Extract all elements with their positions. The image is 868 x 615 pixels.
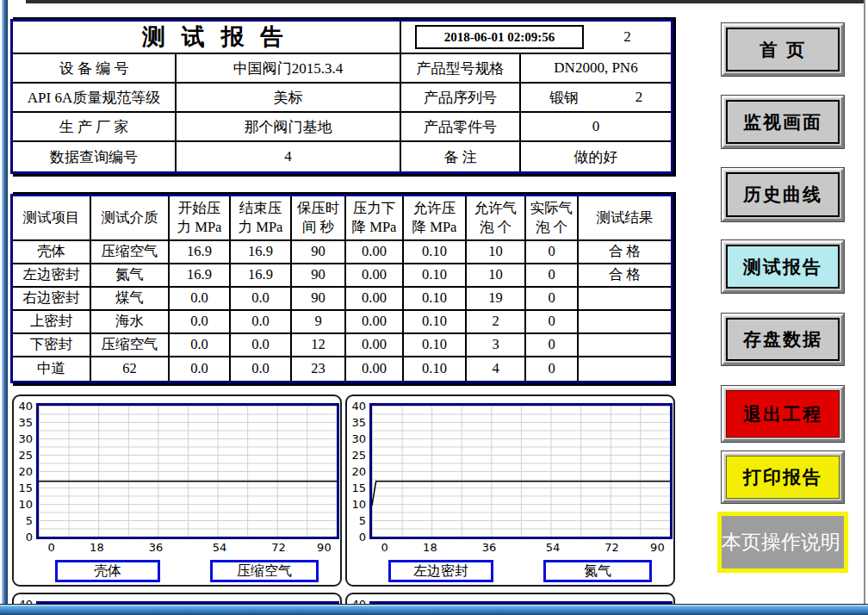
test-value-cell: 氮气 [91, 264, 170, 288]
test-item-cell: 左边密封 [13, 264, 91, 288]
test-item-cell: 中道 [13, 357, 91, 381]
y-axis-tick: 10 [347, 498, 366, 511]
test-col-header: 开始压力 MPa [170, 196, 231, 241]
test-col-header-text: 实际气泡 个 [530, 199, 574, 238]
test-value-cell: 0.0 [231, 288, 292, 311]
test-col-header: 测试介质 [91, 196, 170, 241]
page-help-button-label: 本页操作说明 [722, 516, 844, 568]
y-axis-tick: 25 [347, 449, 366, 462]
x-axis-tick: 90 [317, 541, 332, 554]
info-value-part: 锻钢 [549, 88, 579, 108]
test-value-cell: 0.0 [170, 334, 231, 357]
info-value-part: 2 [636, 89, 643, 106]
test-value-cell: 0.0 [231, 311, 292, 334]
info-label: 产品型号规格 [401, 54, 521, 84]
info-value: 中国阀门2015.3.4 [177, 54, 401, 84]
test-col-header: 压力下降 MPa [346, 196, 404, 241]
test-col-header-text: 结束压力 MPa [239, 199, 283, 238]
app-window: 测 试 报 告 2018-06-01 02:09:56 2 设 备 编 号中国阀… [0, 0, 868, 615]
x-axis-tick: 18 [423, 541, 437, 554]
save-data-button[interactable]: 存盘数据 [722, 314, 844, 365]
info-label: 产品序列号 [401, 84, 521, 113]
test-col-header: 保压时间 秒 [292, 196, 346, 241]
pressure-chart: 403530252015105001836547290左边密封氮气 [345, 394, 675, 587]
home-button[interactable]: 首 页 [722, 23, 844, 76]
chart-plot-area [36, 403, 339, 539]
test-col-header-text: 测试结果 [597, 208, 654, 227]
datetime-display: 2018-06-01 02:09:56 [415, 25, 584, 49]
test-item-cell: 下密封 [13, 334, 91, 357]
y-axis-tick: 0 [14, 531, 33, 544]
test-col-header-text: 允许压降 MPa [412, 199, 457, 238]
chart-item-label: 壳体 [55, 560, 160, 582]
x-axis: 01836547290 [36, 541, 339, 555]
test-report-button[interactable]: 测试报告 [722, 240, 844, 293]
test-value-cell: 0 [526, 264, 579, 288]
x-axis-tick: 36 [149, 541, 164, 554]
x-axis-tick: 72 [271, 541, 286, 554]
info-value: 4 [177, 142, 401, 171]
test-value-cell: 4 [467, 357, 526, 381]
monitor-screen-button[interactable]: 监视画面 [722, 96, 844, 148]
test-item-cell: 壳体 [13, 241, 91, 264]
chart-medium-label: 压缩空气 [210, 560, 319, 582]
test-value-cell: 0.10 [404, 241, 467, 264]
info-label: 数据查询编号 [13, 142, 177, 171]
history-curve-button[interactable]: 历史曲线 [722, 168, 844, 221]
y-axis-tick: 15 [14, 481, 33, 494]
test-value-cell: 煤气 [91, 288, 170, 311]
y-axis-tick: 35 [14, 416, 33, 429]
test-value-cell: 62 [91, 357, 170, 381]
test-value-cell: 19 [467, 288, 526, 311]
history-curve-button-label: 历史曲线 [726, 172, 840, 217]
y-axis-tick: 30 [14, 432, 33, 445]
test-value-cell: 0.0 [170, 311, 231, 334]
home-button-label: 首 页 [726, 28, 840, 71]
y-axis-tick: 15 [347, 481, 366, 494]
test-value-cell: 0.10 [404, 357, 467, 381]
test-value-cell: 压缩空气 [91, 334, 170, 357]
test-result-cell: 合 格 [579, 264, 671, 288]
chart-item-label: 左边密封 [388, 560, 493, 582]
test-result-cell [579, 288, 671, 311]
y-axis-tick: 30 [347, 432, 366, 445]
x-axis-tick: 72 [604, 541, 619, 554]
test-value-cell: 16.9 [170, 264, 231, 288]
test-value-cell: 0.10 [404, 311, 467, 334]
title-cell: 测 试 报 告 [13, 22, 401, 54]
test-value-cell: 压缩空气 [91, 241, 170, 264]
print-report-button[interactable]: 打印报告 [722, 451, 844, 503]
test-value-cell: 12 [292, 334, 346, 357]
test-value-cell: 0 [526, 357, 579, 381]
chart-plot-area [369, 403, 673, 539]
test-value-cell: 0.00 [346, 288, 404, 311]
test-value-cell: 海水 [91, 311, 170, 334]
pressure-chart: 403530252015105001836547290壳体压缩空气 [12, 394, 342, 587]
info-value: 美标 [177, 84, 401, 113]
window-right-edge [864, 0, 865, 615]
page-help-button[interactable]: 本页操作说明 [717, 512, 848, 573]
test-result-cell [579, 357, 671, 381]
x-axis-tick: 90 [650, 541, 665, 554]
test-value-cell: 0.0 [170, 288, 231, 311]
test-value-cell: 0 [526, 288, 579, 311]
test-col-header: 结束压力 MPa [231, 196, 292, 241]
page-title: 测 试 报 告 [142, 22, 288, 53]
test-value-cell: 10 [467, 264, 526, 288]
test-col-header: 实际气泡 个 [526, 196, 579, 241]
info-value: DN2000, PN6 [521, 54, 671, 84]
info-label: 设 备 编 号 [13, 54, 177, 84]
title-row-right: 2018-06-01 02:09:56 2 [401, 22, 671, 54]
test-value-cell: 0.00 [346, 241, 404, 264]
monitor-screen-button-label: 监视画面 [726, 100, 840, 144]
window-top-edge [26, 0, 864, 3]
exit-project-button[interactable]: 退出工程 [722, 386, 844, 442]
test-col-header: 测试结果 [579, 196, 671, 241]
y-axis-tick: 40 [14, 400, 33, 413]
test-item-cell: 右边密封 [13, 288, 91, 311]
x-axis-tick: 36 [482, 541, 497, 554]
test-value-cell: 23 [292, 357, 346, 381]
test-col-header: 允许气泡 个 [467, 196, 526, 241]
test-value-cell: 16.9 [231, 264, 292, 288]
pressure-line [372, 406, 670, 537]
